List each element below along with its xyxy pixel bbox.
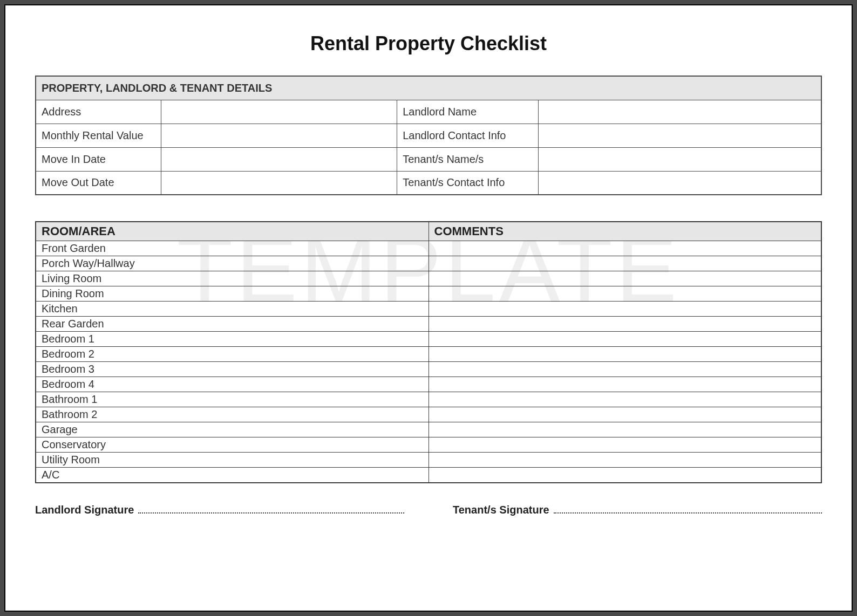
room-name: Bedroom 2 (36, 347, 428, 362)
details-label-right: Tenant/s Contact Info (397, 171, 539, 195)
room-row: Porch Way/Hallway (36, 256, 821, 271)
room-name: Bathroom 1 (36, 392, 428, 407)
room-comment[interactable] (428, 347, 821, 362)
details-label-left: Move Out Date (36, 171, 161, 195)
tenant-signature: Tenant/s Signature (453, 503, 822, 516)
room-comment[interactable] (428, 362, 821, 377)
rooms-header-room: ROOM/AREA (36, 222, 428, 241)
room-name: Dining Room (36, 286, 428, 302)
details-label-right: Landlord Name (397, 100, 539, 124)
room-row: Bedroom 1 (36, 332, 821, 347)
landlord-signature-label: Landlord Signature (35, 504, 134, 516)
room-name: Living Room (36, 271, 428, 286)
details-label-right: Tenant/s Name/s (397, 147, 539, 171)
details-value-right[interactable] (539, 147, 821, 171)
details-section-header: PROPERTY, LANDLORD & TENANT DETAILS (36, 76, 821, 100)
details-value-right[interactable] (539, 171, 821, 195)
room-row: Bedroom 4 (36, 377, 821, 392)
room-comment[interactable] (428, 256, 821, 271)
room-row: Rear Garden (36, 317, 821, 332)
room-comment[interactable] (428, 377, 821, 392)
property-details-table: PROPERTY, LANDLORD & TENANT DETAILS Addr… (35, 76, 822, 195)
tenant-signature-label: Tenant/s Signature (453, 504, 549, 516)
details-label-left: Address (36, 100, 161, 124)
room-row: A/C (36, 468, 821, 483)
landlord-signature: Landlord Signature (35, 503, 404, 516)
room-comment[interactable] (428, 302, 821, 317)
room-row: Utility Room (36, 453, 821, 468)
room-comment[interactable] (428, 286, 821, 302)
room-comment[interactable] (428, 437, 821, 453)
rooms-header-comments: COMMENTS (428, 222, 821, 241)
room-name: Conservatory (36, 437, 428, 453)
room-row: Bedroom 2 (36, 347, 821, 362)
room-comment[interactable] (428, 468, 821, 483)
room-row: Living Room (36, 271, 821, 286)
details-row: AddressLandlord Name (36, 100, 821, 124)
details-value-left[interactable] (161, 100, 397, 124)
details-row: Move In DateTenant/s Name/s (36, 147, 821, 171)
details-label-right: Landlord Contact Info (397, 124, 539, 147)
room-row: Conservatory (36, 437, 821, 453)
details-value-left[interactable] (161, 147, 397, 171)
details-value-right[interactable] (539, 100, 821, 124)
details-row: Monthly Rental ValueLandlord Contact Inf… (36, 124, 821, 147)
room-name: Porch Way/Hallway (36, 256, 428, 271)
room-name: Bedroom 3 (36, 362, 428, 377)
room-name: Kitchen (36, 302, 428, 317)
room-name: Bedroom 1 (36, 332, 428, 347)
room-row: Bathroom 1 (36, 392, 821, 407)
room-comment[interactable] (428, 317, 821, 332)
details-value-left[interactable] (161, 171, 397, 195)
content-layer: Rental Property Checklist PROPERTY, LAND… (35, 32, 822, 516)
room-row: Garage (36, 422, 821, 437)
room-comment[interactable] (428, 392, 821, 407)
room-name: Utility Room (36, 453, 428, 468)
signatures-row: Landlord Signature Tenant/s Signature (35, 503, 822, 516)
rooms-table: ROOM/AREA COMMENTS Front GardenPorch Way… (35, 221, 822, 483)
room-row: Dining Room (36, 286, 821, 302)
room-name: Front Garden (36, 241, 428, 256)
landlord-signature-line[interactable] (138, 503, 404, 514)
room-name: Bedroom 4 (36, 377, 428, 392)
room-name: A/C (36, 468, 428, 483)
room-comment[interactable] (428, 271, 821, 286)
tenant-signature-line[interactable] (554, 503, 822, 514)
room-comment[interactable] (428, 422, 821, 437)
details-row: Move Out DateTenant/s Contact Info (36, 171, 821, 195)
room-comment[interactable] (428, 241, 821, 256)
document-title: Rental Property Checklist (35, 32, 822, 55)
room-row: Bathroom 2 (36, 407, 821, 422)
room-row: Bedroom 3 (36, 362, 821, 377)
details-value-right[interactable] (539, 124, 821, 147)
document-page: TEMPLATE Rental Property Checklist PROPE… (4, 4, 853, 612)
room-comment[interactable] (428, 453, 821, 468)
details-label-left: Move In Date (36, 147, 161, 171)
room-name: Bathroom 2 (36, 407, 428, 422)
room-row: Front Garden (36, 241, 821, 256)
room-name: Garage (36, 422, 428, 437)
room-comment[interactable] (428, 407, 821, 422)
room-row: Kitchen (36, 302, 821, 317)
details-label-left: Monthly Rental Value (36, 124, 161, 147)
room-name: Rear Garden (36, 317, 428, 332)
room-comment[interactable] (428, 332, 821, 347)
details-value-left[interactable] (161, 124, 397, 147)
